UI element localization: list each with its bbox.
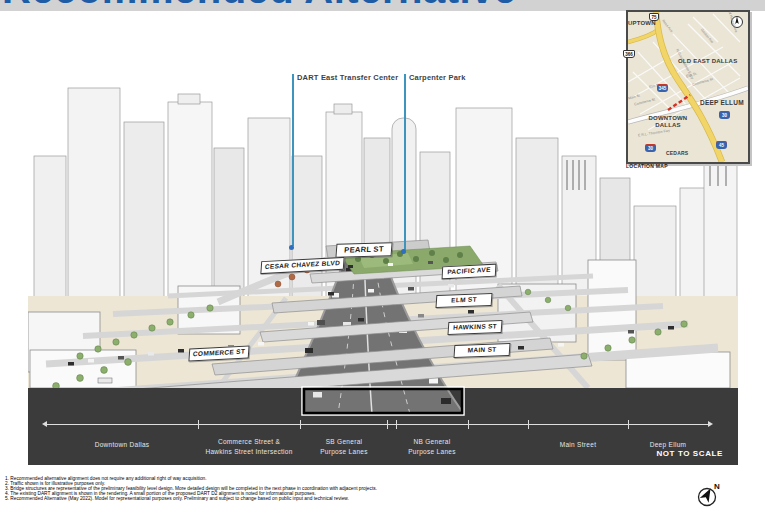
map-shield-i345: 345 bbox=[657, 84, 668, 92]
scale-tick bbox=[300, 420, 301, 429]
scale-tick bbox=[387, 420, 388, 429]
map-shield-i45: 45 bbox=[716, 141, 727, 149]
location-map bbox=[626, 10, 750, 164]
callout-line-dart-east-transfer-center bbox=[292, 74, 294, 246]
slide-page: Recommended Alternative bbox=[0, 0, 765, 519]
location-map-roads bbox=[628, 12, 748, 162]
section-label-nb-lanes: NB General Purpose Lanes bbox=[408, 437, 456, 457]
scale-tick bbox=[528, 420, 529, 429]
map-area-cedars: CEDARS bbox=[666, 151, 688, 157]
map-area-downtown-dallas: DOWNTOWN DALLAS bbox=[645, 115, 691, 129]
scale-tick bbox=[468, 420, 469, 429]
location-map-caption: LOCATION MAP bbox=[626, 163, 668, 169]
callout-line-carpenter-park bbox=[404, 74, 406, 250]
street-label-pearl-st: PEARL ST bbox=[335, 242, 392, 258]
scale-tick bbox=[628, 420, 629, 429]
section-label-sb-lanes: SB General Purpose Lanes bbox=[320, 437, 368, 457]
street-label-hawkins-st: HAWKINS ST bbox=[447, 320, 502, 335]
callout-dot-dart-east-transfer-center bbox=[289, 245, 294, 250]
not-to-scale-note: NOT TO SCALE bbox=[656, 449, 723, 458]
map-shield-i30-east: 30 bbox=[719, 111, 730, 119]
section-scale-line bbox=[47, 424, 708, 425]
scale-tick bbox=[198, 420, 199, 429]
scale-arrow-left bbox=[42, 421, 47, 427]
map-area-uptown: UPTOWN bbox=[628, 20, 656, 27]
footnote-5: 5. Recommended Alternative (May 2022). M… bbox=[5, 496, 377, 501]
scale-tick bbox=[396, 420, 397, 429]
page-title: Recommended Alternative bbox=[2, 0, 765, 9]
footnotes: 1. Recommended alternative alignment doe… bbox=[5, 476, 377, 501]
callout-label-carpenter-park: Carpenter Park bbox=[409, 73, 466, 82]
north-arrow-letter: N bbox=[714, 482, 720, 491]
map-shield-i30-west: 30 bbox=[645, 144, 656, 152]
map-shield-spur366: 366 bbox=[623, 50, 635, 58]
section-label-commerce-hawkins: Commerce Street & Hawkins Street Interse… bbox=[205, 437, 292, 457]
street-label-elm-st: ELM ST bbox=[435, 293, 492, 308]
callout-label-dart-east-transfer-center: DART East Transfer Center bbox=[297, 73, 398, 82]
map-shield-us75: 75 bbox=[649, 13, 659, 21]
north-arrow-icon: N bbox=[694, 480, 724, 510]
street-label-main-st: MAIN ST bbox=[453, 343, 510, 358]
section-label-main-street: Main Street bbox=[560, 440, 597, 450]
callout-dot-carpenter-park bbox=[401, 249, 406, 254]
section-label-downtown-dallas: Downtown Dallas bbox=[95, 440, 150, 450]
scale-arrow-right bbox=[708, 421, 713, 427]
map-area-deep-ellum: DEEP ELLUM bbox=[700, 99, 744, 106]
